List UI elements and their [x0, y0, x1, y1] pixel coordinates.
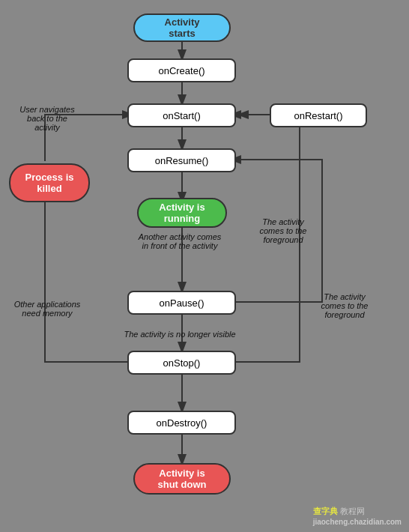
activity-running-node: Activity isrunning [137, 198, 227, 228]
activity-foreground1-label: The activitycomes to theforeground [238, 217, 328, 244]
on-restart-node: onRestart() [270, 103, 367, 127]
activity-starts-node: Activitystarts [133, 13, 231, 42]
on-create-node: onCreate() [127, 58, 236, 82]
activity-shutdown-node: Activity isshut down [133, 463, 231, 495]
on-pause-label: onPause() [160, 297, 204, 309]
no-longer-visible-label: The activity is no longer visible [97, 330, 262, 339]
on-destroy-label: onDestroy() [157, 417, 207, 429]
on-stop-label: onStop() [163, 357, 201, 369]
on-stop-node: onStop() [127, 351, 236, 375]
on-restart-label: onRestart() [294, 110, 342, 121]
process-killed-node: Process iskilled [9, 163, 90, 202]
on-start-node: onStart() [127, 103, 236, 127]
on-resume-node: onResume() [127, 148, 236, 172]
user-navigates-label: User navigatesback to theactivity [6, 105, 88, 132]
on-pause-node: onPause() [127, 291, 236, 315]
another-activity-label: Another activity comesin front of the ac… [105, 232, 255, 250]
on-destroy-node: onDestroy() [127, 411, 236, 435]
activity-running-label: Activity isrunning [159, 202, 204, 224]
activity-shutdown-label: Activity isshut down [158, 468, 207, 490]
other-apps-label: Other applicationsneed memory [6, 300, 88, 318]
activity-foreground2-label: The activitycomes to theforeground [296, 292, 393, 319]
on-resume-label: onResume() [155, 155, 209, 166]
watermark: 查字典 教程网 jiaocheng.chazidian.com [313, 506, 402, 526]
on-start-label: onStart() [163, 110, 201, 121]
on-create-label: onCreate() [158, 65, 204, 76]
process-killed-label: Process iskilled [25, 172, 73, 194]
activity-starts-label: Activitystarts [165, 16, 200, 39]
